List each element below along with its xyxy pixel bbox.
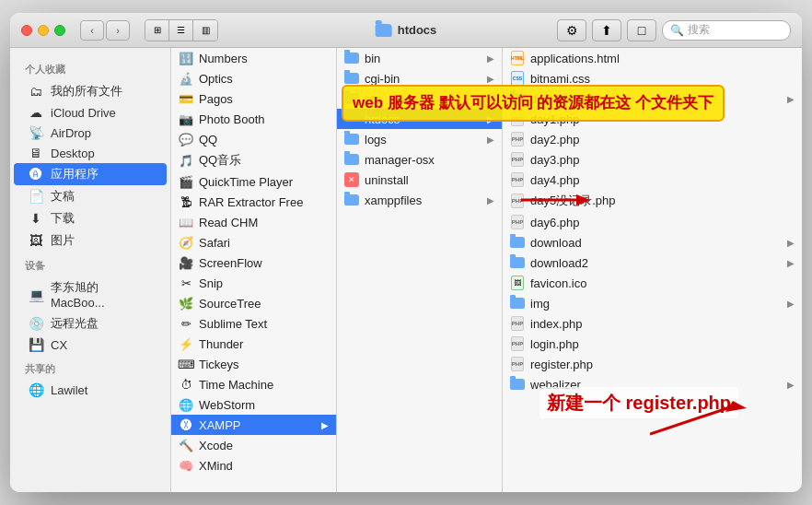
- list-item[interactable]: cgi-bin ▶: [337, 68, 502, 88]
- close-button[interactable]: [21, 25, 32, 36]
- folder-icon: [510, 91, 525, 106]
- file-icon: 💳: [179, 91, 193, 106]
- chevron-right-icon: ▶: [487, 195, 494, 206]
- list-item[interactable]: PHP register.php: [503, 354, 802, 374]
- back-button[interactable]: ‹: [80, 20, 104, 41]
- file-icon: 🔨: [179, 438, 193, 452]
- list-item[interactable]: 🧠XMind: [171, 455, 336, 476]
- list-item[interactable]: 🖼 favicon.ico: [503, 273, 802, 293]
- list-item[interactable]: dashboard ▶: [503, 88, 802, 109]
- sidebar-item-label: Lawilet: [51, 383, 87, 397]
- list-item[interactable]: 🎵QQ音乐: [171, 149, 336, 171]
- title-folder-icon: [376, 24, 392, 37]
- sidebar-section-shared: 共享的: [10, 355, 170, 380]
- list-item[interactable]: 💳Pagos: [171, 88, 336, 109]
- folder-icon: [510, 255, 525, 270]
- file-icon: 🧭: [179, 235, 193, 250]
- list-item[interactable]: manager-osx: [337, 149, 502, 170]
- lawilet-icon: 🌐: [29, 382, 43, 397]
- list-item[interactable]: download2 ▶: [503, 252, 802, 273]
- list-item[interactable]: 🗜RAR Extractor Free: [171, 192, 336, 212]
- file-icon: 🖼: [510, 276, 525, 290]
- list-item[interactable]: 💬QQ: [171, 129, 336, 149]
- file-icon: PHP: [510, 336, 525, 351]
- list-item[interactable]: 🔨Xcode: [171, 435, 336, 455]
- list-item[interactable]: 📖Read CHM: [171, 212, 336, 232]
- list-item[interactable]: PHP day1.php: [503, 109, 802, 129]
- sidebar-item-lawilet[interactable]: 🌐 Lawilet: [14, 380, 167, 400]
- list-item[interactable]: PHP login.php: [503, 334, 802, 354]
- desktop-icon: 🖥: [29, 146, 43, 160]
- folder-icon: [510, 377, 525, 392]
- list-item[interactable]: htdocs ▶: [337, 109, 502, 129]
- sidebar-item-macbook[interactable]: 💻 李东旭的MacBoo...: [14, 276, 167, 312]
- list-item[interactable]: webalizer ▶: [503, 374, 802, 394]
- file-icon: PHP: [510, 172, 525, 187]
- gear-button[interactable]: ⚙: [557, 19, 586, 41]
- list-item[interactable]: 🅧XAMPP▶: [171, 415, 336, 435]
- sidebar-item-documents[interactable]: 📄 文稿: [14, 185, 167, 207]
- view-column-button[interactable]: ▥: [193, 20, 217, 41]
- list-item[interactable]: PHP day3.php: [503, 149, 802, 170]
- maximize-button[interactable]: [54, 25, 65, 36]
- folder-icon: [344, 132, 359, 147]
- chevron-right-icon: ▶: [487, 135, 494, 145]
- list-item[interactable]: ✏Sublime Text: [171, 313, 336, 334]
- list-item[interactable]: 🎬QuickTime Player: [171, 171, 336, 192]
- more-button[interactable]: □: [627, 19, 656, 41]
- chevron-right-icon: ▶: [787, 258, 795, 268]
- toolbar-right: ⚙ ⬆ □ 🔍 搜索: [557, 19, 791, 41]
- list-item[interactable]: 🔢Numbers: [171, 48, 336, 68]
- list-item[interactable]: xamppfiles ▶: [337, 190, 502, 210]
- main-content: 个人收藏 🗂 我的所有文件 ☁ iCloud Drive 📡 AirDrop 🖥…: [10, 48, 802, 492]
- list-item[interactable]: etc ▶: [337, 88, 502, 109]
- list-item[interactable]: ⌨Tickeys: [171, 354, 336, 374]
- file-icon: 🎵: [179, 153, 193, 168]
- view-grid-button[interactable]: ⊞: [145, 20, 169, 41]
- list-item[interactable]: HTML applications.html: [503, 48, 802, 68]
- list-item[interactable]: 🌐WebStorm: [171, 394, 336, 415]
- file-area: 🔢Numbers 🔬Optics 💳Pagos 📷Photo Booth 💬QQ…: [171, 48, 802, 492]
- folder-icon: [344, 112, 359, 126]
- list-item[interactable]: img ▶: [503, 293, 802, 313]
- search-box[interactable]: 🔍 搜索: [662, 20, 791, 41]
- list-item[interactable]: PHP day6.php: [503, 212, 802, 232]
- list-item[interactable]: PHP index.php: [503, 313, 802, 334]
- sidebar-item-downloads[interactable]: ⬇ 下载: [14, 207, 167, 229]
- folder-icon: [344, 193, 359, 207]
- sidebar-item-cx[interactable]: 💾 CX: [14, 335, 167, 355]
- sidebar-item-icloud[interactable]: ☁ iCloud Drive: [14, 102, 167, 123]
- forward-button[interactable]: ›: [106, 20, 130, 41]
- file-icon: 🎬: [179, 174, 193, 189]
- sidebar-item-remote-disk[interactable]: 💿 远程光盘: [14, 312, 167, 335]
- share-button[interactable]: ⬆: [592, 19, 621, 41]
- list-item[interactable]: logs ▶: [337, 129, 502, 149]
- list-item[interactable]: PHP day5没记录.php: [503, 190, 802, 212]
- sidebar-item-desktop[interactable]: 🖥 Desktop: [14, 143, 167, 163]
- list-item[interactable]: 🎥ScreenFlow: [171, 252, 336, 273]
- cx-icon: 💾: [29, 337, 43, 352]
- sidebar-item-label: 应用程序: [51, 166, 99, 182]
- list-item[interactable]: ✕ uninstall: [337, 170, 502, 190]
- sidebar-item-airdrop[interactable]: 📡 AirDrop: [14, 123, 167, 143]
- view-list-button[interactable]: ☰: [169, 20, 193, 41]
- file-icon: ⏱: [179, 377, 193, 392]
- list-item[interactable]: ⚡Thunder: [171, 334, 336, 354]
- list-item[interactable]: ✂Snip: [171, 273, 336, 293]
- list-item[interactable]: 🧭Safari: [171, 232, 336, 252]
- file-icon: ✂: [179, 276, 193, 290]
- list-item[interactable]: PHP day2.php: [503, 129, 802, 149]
- list-item[interactable]: CSS bitnami.css: [503, 68, 802, 88]
- file-icon: 🗜: [179, 194, 193, 209]
- list-item[interactable]: ⏱Time Machine: [171, 374, 336, 394]
- list-item[interactable]: download ▶: [503, 232, 802, 252]
- sidebar-item-pictures[interactable]: 🖼 图片: [14, 229, 167, 252]
- sidebar-item-all-files[interactable]: 🗂 我的所有文件: [14, 80, 167, 102]
- sidebar-item-applications[interactable]: 🅐 应用程序: [14, 163, 167, 185]
- list-item[interactable]: 🔬Optics: [171, 68, 336, 88]
- list-item[interactable]: 🌿SourceTree: [171, 293, 336, 313]
- list-item[interactable]: PHP day4.php: [503, 170, 802, 190]
- list-item[interactable]: 📷Photo Booth: [171, 109, 336, 129]
- minimize-button[interactable]: [38, 25, 49, 36]
- list-item[interactable]: bin ▶: [337, 48, 502, 68]
